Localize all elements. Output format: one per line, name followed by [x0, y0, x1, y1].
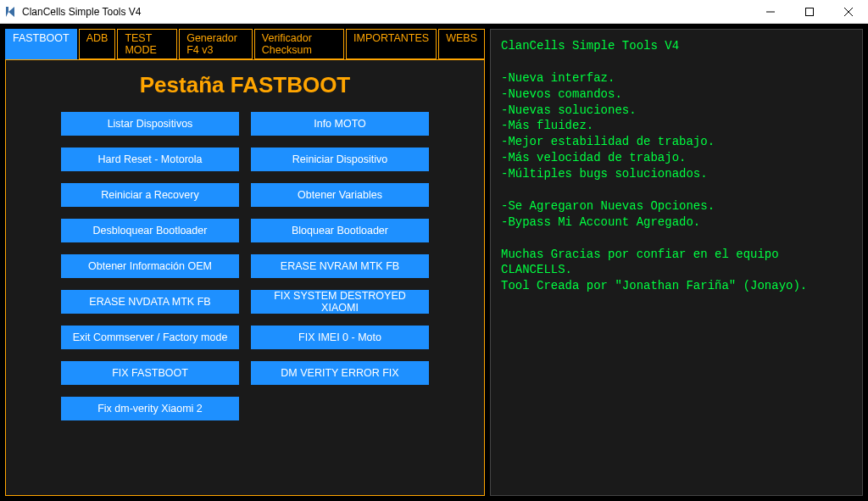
- action-button[interactable]: Bloquear Bootloader: [251, 219, 429, 242]
- action-button[interactable]: DM VERITY ERROR FIX: [251, 361, 429, 385]
- window-controls: [751, 0, 868, 23]
- titlebar-left: ClanCells Simple Tools V4: [3, 5, 142, 19]
- action-button[interactable]: Hard Reset - Motorola: [61, 148, 239, 171]
- button-grid: Listar DispositivosInfo MOTOHard Reset -…: [6, 112, 484, 420]
- action-button[interactable]: Fix dm-verity Xiaomi 2: [61, 397, 239, 420]
- tab-panel-fastboot: Pestaña FASTBOOT Listar DispositivosInfo…: [5, 59, 485, 496]
- tab-adb[interactable]: ADB: [79, 29, 116, 59]
- window-titlebar: ClanCells Simple Tools V4: [0, 0, 868, 24]
- action-button[interactable]: Listar Dispositivos: [61, 112, 239, 136]
- action-button[interactable]: Reiniciar a Recovery: [61, 183, 239, 207]
- tab-fastboot[interactable]: FASTBOOT: [5, 29, 77, 59]
- maximize-button[interactable]: [790, 0, 829, 23]
- action-button[interactable]: FIX SYSTEM DESTROYED XIAOMI: [251, 290, 429, 314]
- panel-title: Pestaña FASTBOOT: [6, 60, 484, 112]
- action-button[interactable]: Reiniciar Dispositivo: [251, 148, 429, 171]
- tab-webs[interactable]: WEBS: [438, 29, 485, 59]
- main-area: FASTBOOTADBTEST MODEGenerador F4 v3Verif…: [0, 24, 868, 501]
- tab-verificador-checksum[interactable]: Verificador Checksum: [254, 29, 344, 59]
- tab-importantes[interactable]: IMPORTANTES: [346, 29, 437, 59]
- close-button[interactable]: [829, 0, 868, 23]
- tab-generador-f4-v3[interactable]: Generador F4 v3: [179, 29, 253, 59]
- right-column: ClanCells Simple Tools V4 -Nueva interfa…: [490, 29, 863, 496]
- action-button[interactable]: FIX IMEI 0 - Moto: [251, 326, 429, 349]
- action-button[interactable]: Info MOTO: [251, 112, 429, 136]
- action-button[interactable]: Obtener Variables: [251, 183, 429, 207]
- action-button[interactable]: Desbloquear Bootloader: [61, 219, 239, 242]
- app-icon: [3, 5, 17, 19]
- action-button[interactable]: Obtener Información OEM: [61, 254, 239, 278]
- action-button[interactable]: ERASE NVRAM MTK FB: [251, 254, 429, 278]
- svg-rect-1: [806, 8, 814, 15]
- minimize-button[interactable]: [751, 0, 790, 23]
- action-button[interactable]: FIX FASTBOOT: [61, 361, 239, 385]
- action-button[interactable]: ERASE NVDATA MTK FB: [61, 290, 239, 314]
- tab-strip: FASTBOOTADBTEST MODEGenerador F4 v3Verif…: [5, 29, 485, 59]
- tab-test-mode[interactable]: TEST MODE: [117, 29, 177, 59]
- action-button[interactable]: Exit Commserver / Factory mode: [61, 326, 239, 349]
- window-title: ClanCells Simple Tools V4: [22, 6, 142, 18]
- console-output[interactable]: ClanCells Simple Tools V4 -Nueva interfa…: [490, 29, 863, 496]
- left-column: FASTBOOTADBTEST MODEGenerador F4 v3Verif…: [5, 29, 485, 496]
